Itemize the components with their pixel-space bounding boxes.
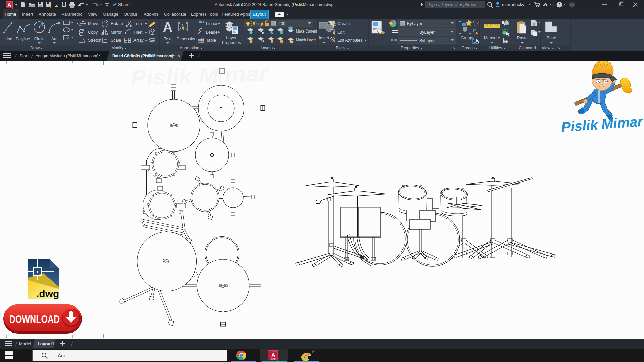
svg-text:Start: Start: [19, 53, 29, 58]
svg-text:Block: Block: [336, 46, 346, 50]
svg-text:Modify: Modify: [111, 46, 123, 50]
svg-text:?: ?: [558, 3, 560, 7]
svg-text:Model: Model: [19, 341, 31, 346]
svg-text:Rotate: Rotate: [111, 21, 123, 26]
svg-text:Groups: Groups: [461, 46, 474, 50]
svg-text:Arc: Arc: [51, 37, 57, 41]
svg-text:View: View: [542, 46, 550, 50]
svg-text:Bateri Görünüş (PislikMimar.co: Bateri Görünüş (PislikMimar.com)*: [112, 53, 175, 58]
svg-text:Fillet: Fillet: [133, 30, 143, 35]
svg-text:A: A: [163, 20, 173, 35]
svg-text:Make Current: Make Current: [296, 29, 317, 34]
svg-text:Properties: Properties: [401, 46, 419, 50]
svg-text:CAD: CAD: [271, 358, 276, 360]
svg-text:Dimension: Dimension: [176, 37, 196, 41]
svg-text:Array: Array: [133, 38, 144, 43]
svg-text:Edit Attributes: Edit Attributes: [337, 38, 362, 43]
svg-text:Move: Move: [88, 21, 98, 26]
svg-text:DOWNLOAD: DOWNLOAD: [9, 313, 60, 325]
svg-text:Text: Text: [164, 37, 172, 41]
svg-text:Pislik Mimar: Pislik Mimar: [130, 61, 270, 90]
svg-text:Create: Create: [337, 21, 350, 26]
svg-text:A: A: [7, 2, 11, 8]
svg-text:200: 200: [278, 21, 285, 26]
svg-text:Annotation: Annotation: [180, 46, 199, 50]
svg-text:Scale: Scale: [111, 38, 121, 43]
svg-text:Mirror: Mirror: [111, 30, 122, 35]
svg-text:ByLayer: ByLayer: [407, 21, 422, 26]
svg-text:Line: Line: [5, 37, 12, 41]
svg-text:Base: Base: [547, 36, 556, 40]
svg-text:ByLayer: ByLayer: [419, 30, 435, 35]
svg-text:Layer: Layer: [226, 36, 236, 40]
svg-text:Layout1: Layout1: [38, 341, 54, 346]
svg-text:Circle: Circle: [34, 37, 45, 41]
svg-text:Mimar: Mimar: [601, 113, 644, 132]
svg-text:Insert: Insert: [319, 36, 329, 40]
svg-text:Layers: Layers: [261, 46, 273, 50]
svg-text:Stretch: Stretch: [88, 38, 101, 43]
svg-text:Edit: Edit: [337, 30, 345, 35]
svg-text:Trim: Trim: [133, 21, 142, 26]
svg-text:mimarlucky: mimarlucky: [502, 2, 524, 7]
svg-text:Utilities: Utilities: [489, 46, 502, 50]
svg-text:Leader: Leader: [206, 30, 219, 35]
svg-text:Measure: Measure: [484, 36, 500, 40]
svg-text:Paste: Paste: [517, 36, 528, 40]
svg-text:Clipboard: Clipboard: [519, 46, 536, 50]
svg-text:Pislik: Pislik: [560, 117, 599, 135]
svg-text:Group: Group: [461, 36, 472, 40]
svg-text:Yangın Musluğu (PislikMimar.co: Yangın Musluğu (PislikMimar.com)*: [36, 53, 100, 58]
svg-text:Properties: Properties: [222, 40, 241, 45]
svg-text:Draw: Draw: [30, 46, 40, 50]
svg-text:Table: Table: [206, 38, 216, 43]
svg-text:Match Layer: Match Layer: [296, 38, 316, 42]
svg-text:Type a keyword or phrase: Type a keyword or phrase: [428, 2, 476, 7]
svg-text:Linear: Linear: [206, 21, 218, 26]
svg-text:.dwg: .dwg: [36, 288, 59, 299]
svg-text:ByLayer: ByLayer: [419, 38, 435, 43]
svg-text:Copy: Copy: [88, 30, 98, 35]
svg-text:Polyline: Polyline: [16, 37, 30, 41]
svg-text:Ara: Ara: [58, 353, 66, 358]
